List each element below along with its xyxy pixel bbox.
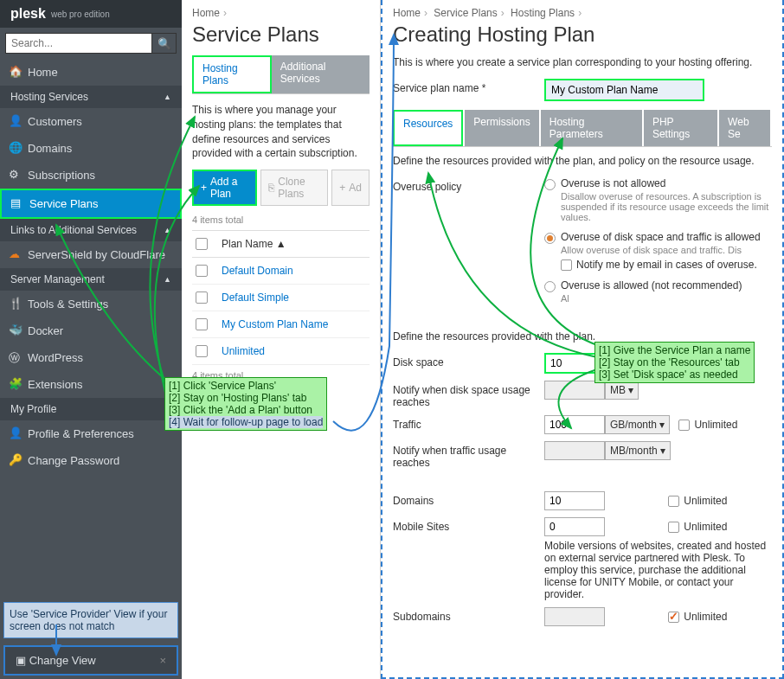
toolbar: +Add a Plan ⎘Clone Plans +Ad <box>192 170 370 206</box>
tab-web[interactable]: Web Se <box>719 110 770 146</box>
checkbox-all[interactable] <box>196 238 208 250</box>
mobile-sub: Mobile versions of websites, created and… <box>544 540 772 600</box>
docker-icon: 🐳 <box>9 323 22 336</box>
puzzle-icon: 🧩 <box>9 377 22 390</box>
checkbox-traffic-unlimited[interactable] <box>678 420 690 431</box>
checkbox[interactable] <box>196 345 208 357</box>
sec-server[interactable]: Server Management▲ <box>0 268 182 291</box>
brand-bar: plesk web pro edition <box>0 0 182 28</box>
checkbox[interactable] <box>196 318 208 330</box>
nav-subscriptions[interactable]: ⚙Subscriptions <box>0 162 182 189</box>
plus-icon: + <box>339 182 345 194</box>
profile-icon: 👤 <box>9 426 22 439</box>
disk-space-input[interactable] <box>546 355 607 372</box>
traffic-input[interactable] <box>544 415 605 434</box>
disk-unit-select[interactable]: GB ▾ <box>607 355 639 372</box>
nav-extensions[interactable]: 🧩Extensions <box>0 371 182 398</box>
chevron-up-icon: ▲ <box>164 93 171 101</box>
nav-docker[interactable]: 🐳Docker <box>0 317 182 344</box>
notify-traffic-unit[interactable]: MB/month ▾ <box>605 441 671 460</box>
user-icon: 👤 <box>9 114 22 127</box>
table-row: Unlimited <box>192 338 370 365</box>
bc-home[interactable]: Home <box>393 7 421 19</box>
overuse-label: Overuse policy <box>393 177 544 193</box>
key-icon: 🔑 <box>9 453 22 466</box>
notify-disk-unit[interactable]: MB ▾ <box>605 381 639 400</box>
gear-icon: ⚙ <box>9 168 19 181</box>
window-icon: ▣ <box>16 654 26 667</box>
tabbar: Hosting Plans Additional Services <box>192 55 370 94</box>
breadcrumb-home[interactable]: Home <box>192 7 220 19</box>
plan-name-input[interactable] <box>544 79 704 101</box>
more-button[interactable]: +Ad <box>331 170 370 206</box>
checkbox-domains-unlimited[interactable] <box>668 496 679 507</box>
nav-tools[interactable]: 🍴Tools & Settings <box>0 291 182 317</box>
checkbox-subdomains-unlimited[interactable] <box>668 612 679 623</box>
plan-link[interactable]: Default Domain <box>222 265 293 277</box>
notify-traffic-input[interactable] <box>544 441 605 460</box>
plan-link[interactable]: Unlimited <box>222 345 265 357</box>
checkbox[interactable] <box>196 265 208 277</box>
checkbox-mobile-unlimited[interactable] <box>668 522 679 533</box>
checkbox[interactable] <box>196 291 208 304</box>
brand-logo: plesk <box>10 6 46 22</box>
change-view-button[interactable]: ▣ Change View × <box>3 645 178 676</box>
brand-edition: web pro edition <box>51 10 110 19</box>
radio-not-allowed[interactable] <box>544 179 556 190</box>
tabbar-plan: Resources Permissions Hosting Parameters… <box>393 110 772 147</box>
notify-traffic-label: Notify when traffic usage reaches <box>393 441 544 469</box>
tab-hosting-params[interactable]: Hosting Parameters <box>541 110 642 146</box>
cloud-icon: ☁ <box>9 247 20 260</box>
notify-email-label: Notify me by email in cases of overuse. <box>576 259 757 271</box>
plus-icon: + <box>201 182 207 194</box>
checkbox-notify-email[interactable] <box>561 259 572 271</box>
nav-domains[interactable]: 🌐Domains <box>0 135 182 162</box>
bc-hosting-plans[interactable]: Hosting Plans <box>511 7 575 19</box>
sec-profile[interactable]: My Profile▲ <box>0 398 182 420</box>
add-plan-button[interactable]: +Add a Plan <box>192 170 257 206</box>
items-count-bottom: 4 items total <box>192 370 370 381</box>
nav-change-pw[interactable]: 🔑Change Password <box>0 447 182 474</box>
panel-service-plans: Home› Service Plans Hosting Plans Additi… <box>182 0 381 679</box>
items-count: 4 items total <box>192 215 370 225</box>
plan-link[interactable]: Default Simple <box>222 291 289 304</box>
sec-hosting[interactable]: Hosting Services▲ <box>0 86 182 108</box>
radio-disk-traffic[interactable] <box>544 233 556 244</box>
col-plan-name[interactable]: Plan Name ▲ <box>222 238 286 250</box>
tools-icon: 🍴 <box>9 297 22 310</box>
tab-hosting-plans[interactable]: Hosting Plans <box>192 55 272 93</box>
nav-profile-prefs[interactable]: 👤Profile & Preferences <box>0 420 182 447</box>
notify-disk-input[interactable] <box>544 381 605 400</box>
nav-home[interactable]: 🏠Home <box>0 59 182 86</box>
search-input[interactable] <box>5 33 152 54</box>
nav-service-plans[interactable]: ▤Service Plans <box>0 189 182 219</box>
bc-service-plans[interactable]: Service Plans <box>434 7 497 19</box>
define-text: Define the resources provided with the p… <box>393 154 772 169</box>
tab-permissions[interactable]: Permissions <box>465 110 538 146</box>
page-title: Creating Hosting Plan <box>393 22 772 47</box>
table-row: Default Simple <box>192 285 370 311</box>
mobile-input[interactable] <box>544 517 605 536</box>
plan-link[interactable]: My Custom Plan Name <box>222 318 328 330</box>
checkbox-disk-unlimited[interactable] <box>652 358 664 369</box>
tab-resources[interactable]: Resources <box>393 110 463 146</box>
list-icon: ▤ <box>10 196 21 209</box>
table-row: Default Domain <box>192 258 370 285</box>
close-icon[interactable]: × <box>159 654 166 667</box>
tab-additional-services[interactable]: Additional Services <box>272 55 370 93</box>
radio-allowed[interactable] <box>544 281 556 292</box>
desc-text: This is where you manage your hosting pl… <box>192 103 370 161</box>
traffic-unit[interactable]: GB/month ▾ <box>605 415 670 434</box>
clone-plans-button[interactable]: ⎘Clone Plans <box>260 170 328 206</box>
nav-servershield[interactable]: ☁ServerShield by CloudFlare <box>0 241 182 268</box>
traffic-label: Traffic <box>393 415 544 431</box>
panel-creating-plan: Home› Service Plans› Hosting Plans› Crea… <box>381 0 784 679</box>
search-icon[interactable]: 🔍 <box>152 33 177 54</box>
chevron-up-icon: ▲ <box>164 226 171 234</box>
tab-php[interactable]: PHP Settings <box>644 110 717 146</box>
sec-links[interactable]: Links to Additional Services▲ <box>0 219 182 241</box>
nav-customers[interactable]: 👤Customers <box>0 108 182 135</box>
nav-wordpress[interactable]: ⓦWordPress <box>0 344 182 371</box>
subdomains-input[interactable] <box>544 607 605 626</box>
domains-input[interactable] <box>544 491 605 510</box>
